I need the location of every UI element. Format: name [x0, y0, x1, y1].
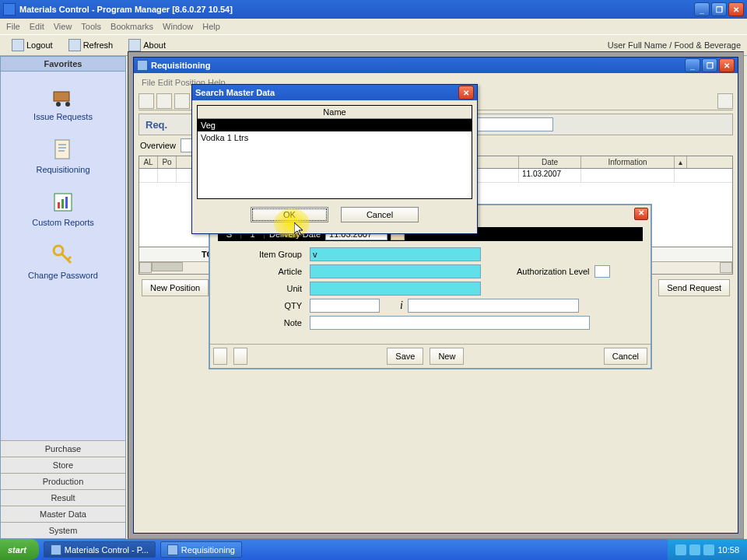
svg-point-1 [56, 102, 61, 107]
nav-first-button[interactable] [213, 348, 227, 365]
logout-button[interactable]: Logout [6, 37, 58, 54]
app-title: Materials Control - Program Manager [8.6… [19, 5, 694, 14]
overview-label: Overview [140, 141, 176, 150]
svg-rect-7 [65, 197, 68, 208]
child-minimize-button[interactable]: _ [685, 58, 700, 72]
col-po[interactable]: Po [158, 156, 177, 168]
child-titlebar[interactable]: Requisitioning _ ❐ ✕ [134, 58, 738, 73]
menu-item[interactable]: Bookmarks [110, 22, 153, 31]
close-button[interactable]: ✕ [728, 2, 744, 16]
list-item[interactable]: Vodka 1 Ltrs [198, 131, 472, 144]
edit-new-button[interactable]: New [430, 348, 464, 365]
item-group-input[interactable] [310, 247, 481, 261]
app-titlebar: Materials Control - Program Manager [8.6… [0, 0, 747, 19]
tray-icon[interactable] [675, 544, 686, 555]
child-restore-button[interactable]: ❐ [702, 58, 717, 72]
info-icon[interactable]: i [400, 299, 403, 312]
col-al[interactable]: AL [139, 156, 158, 168]
svg-rect-6 [61, 199, 64, 208]
tray-icon[interactable] [703, 544, 714, 555]
nav-prev-button[interactable] [233, 348, 247, 365]
refresh-button[interactable]: Refresh [63, 37, 119, 54]
app-menubar[interactable]: File Edit View Tools Bookmarks Window He… [0, 19, 747, 34]
toolbar-open-button[interactable] [156, 93, 172, 109]
modal-title: Search Master Data [195, 88, 458, 97]
menu-item[interactable]: Edit [30, 22, 44, 31]
article-label: Article [221, 267, 305, 276]
tray-icon[interactable] [689, 544, 700, 555]
sidebar-header: Favorites [1, 57, 125, 72]
col-information[interactable]: Information [581, 156, 675, 168]
menu-item[interactable]: View [54, 22, 72, 31]
toolbar-save-button[interactable] [174, 93, 190, 109]
sidebar-section-result[interactable]: Result [1, 489, 125, 506]
sidebar-item-custom-reports[interactable]: Custom Reports [1, 182, 125, 235]
auth-level-label: Authorization Level [517, 267, 590, 276]
sidebar-item-label: Change Password [28, 271, 98, 280]
svg-rect-0 [54, 92, 69, 101]
refresh-icon [68, 39, 81, 51]
qty-input[interactable] [310, 299, 380, 313]
search-result-list[interactable]: Name Veg Vodka 1 Ltrs [197, 105, 472, 199]
list-item-selected[interactable]: Veg [198, 119, 472, 131]
sidebar-item-label: Requisitioning [36, 165, 89, 174]
menu-item[interactable]: Tools [81, 22, 101, 31]
clock: 10:58 [717, 545, 739, 555]
sidebar-section-store[interactable]: Store [1, 457, 125, 473]
article-input[interactable] [310, 264, 481, 278]
key-icon [51, 243, 75, 268]
edit-save-button[interactable]: Save [387, 348, 423, 365]
sidebar-item-label: Custom Reports [32, 218, 93, 227]
app-icon [3, 3, 16, 16]
edit-cancel-button[interactable]: Cancel [604, 348, 647, 365]
system-tray[interactable]: 10:58 [668, 539, 747, 560]
modal-ok-button[interactable]: OK [251, 207, 328, 222]
sidebar-section-master-data[interactable]: Master Data [1, 506, 125, 522]
list-col-name[interactable]: Name [198, 106, 472, 119]
sidebar-item-label: Issue Requests [33, 112, 93, 121]
toolbar-help-button[interactable] [717, 93, 733, 109]
info-input[interactable] [408, 299, 579, 313]
modal-close-button[interactable]: ✕ [458, 86, 474, 100]
toolbar-new-button[interactable] [139, 93, 154, 109]
svg-rect-3 [55, 140, 69, 159]
cart-icon [51, 84, 75, 109]
vscroll-up[interactable]: ▴ [675, 156, 687, 168]
minimize-button[interactable]: _ [694, 2, 710, 16]
sidebar-item-requisitioning[interactable]: Requisitioning [1, 129, 125, 182]
menu-item[interactable]: Help [202, 22, 220, 31]
sidebar-section-system[interactable]: System [1, 522, 125, 538]
req-header: Req. [146, 119, 167, 131]
scroll-thumb[interactable] [152, 262, 183, 271]
unit-input[interactable] [310, 282, 481, 296]
taskbar-item[interactable]: Requisitioning [160, 541, 242, 558]
task-icon [167, 544, 178, 555]
panel-close-button[interactable]: ✕ [634, 208, 648, 220]
auth-level-input[interactable] [594, 265, 610, 278]
task-icon [51, 544, 61, 555]
taskbar-item[interactable]: Materials Control - P... [44, 541, 156, 558]
col-date[interactable]: Date [519, 156, 581, 168]
unit-label: Unit [221, 284, 305, 293]
sidebar-section-production[interactable]: Production [1, 473, 125, 489]
menu-item[interactable]: Window [163, 22, 193, 31]
document-icon [51, 137, 75, 162]
menu-item[interactable]: File [6, 22, 20, 31]
start-button[interactable]: start [0, 539, 39, 560]
modal-titlebar[interactable]: Search Master Data ✕ [192, 85, 477, 100]
sidebar-item-change-password[interactable]: Change Password [1, 235, 125, 288]
qty-label: QTY [221, 301, 305, 310]
row-date: 11.03.2007 [519, 169, 581, 182]
modal-cancel-button[interactable]: Cancel [341, 207, 419, 222]
sidebar-item-issue-requests[interactable]: Issue Requests [1, 76, 125, 129]
restore-button[interactable]: ❐ [711, 2, 727, 16]
about-icon [128, 39, 141, 51]
search-master-data-dialog: Search Master Data ✕ Name Veg Vodka 1 Lt… [191, 84, 478, 234]
svg-point-2 [65, 102, 70, 107]
sidebar: Favorites Issue Requests Requisitioning … [0, 56, 126, 539]
child-close-button[interactable]: ✕ [719, 58, 735, 72]
child-title-text: Requisitioning [151, 61, 210, 70]
note-input[interactable] [310, 316, 590, 330]
sidebar-section-purchase[interactable]: Purchase [1, 440, 125, 457]
svg-rect-5 [58, 202, 60, 208]
